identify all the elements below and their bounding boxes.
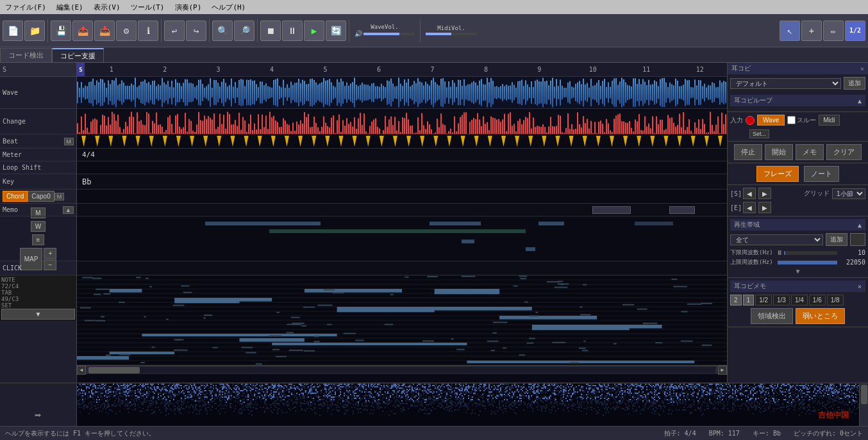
add-preset-button[interactable]: 追加 <box>844 77 865 90</box>
save-button[interactable]: 💾 <box>51 20 71 41</box>
playback-collapse-icon[interactable]: ▲ <box>858 222 862 229</box>
e-nav-right[interactable]: ▶ <box>758 202 771 213</box>
freq-high-slider[interactable] <box>778 261 837 265</box>
capo-button[interactable]: Capo0 <box>28 191 54 202</box>
new-button[interactable]: 📄 <box>3 20 23 41</box>
menu-help[interactable]: ヘルプ(H) <box>209 3 248 12</box>
bar-4: 4 <box>245 66 298 73</box>
beat-canvas <box>77 134 727 148</box>
playback-add-button[interactable]: 追加 <box>826 233 847 246</box>
memo-button[interactable]: メモ <box>796 144 824 160</box>
memo-btn-half[interactable]: 1/2 <box>755 295 772 306</box>
track-label-loop: Loop Shift <box>0 161 76 174</box>
menu-play[interactable]: 演奏(P) <box>172 3 204 12</box>
midi-vol-slider[interactable] <box>426 33 477 35</box>
plus-button[interactable]: + <box>44 248 56 259</box>
chord-group: Chord Capo0 M <box>3 191 64 202</box>
tab-copy-support[interactable]: コピー支援 <box>52 48 104 62</box>
loop-collapse-icon[interactable]: ▲ <box>858 97 862 104</box>
s-nav-left[interactable]: ◀ <box>743 188 756 199</box>
wave-track: // Will generate via JS below <box>77 77 727 109</box>
memo-scroll-up[interactable]: ▲ <box>63 206 74 214</box>
extract-button[interactable]: 領域検出 <box>751 308 793 324</box>
eq-button[interactable]: ≡ <box>32 234 45 245</box>
menu-tools[interactable]: ツール(T) <box>128 3 167 12</box>
undo-button[interactable]: ↩ <box>164 20 185 41</box>
fraction-button[interactable]: 1/2 <box>845 20 865 41</box>
redo-button[interactable]: ↪ <box>186 20 206 41</box>
memo-btn-quarter[interactable]: 1/4 <box>791 295 808 306</box>
s-nav-right[interactable]: ▶ <box>758 188 771 199</box>
phrase-button[interactable]: フレーズ <box>756 166 799 182</box>
info-button[interactable]: ℹ <box>138 20 158 41</box>
e-nav-left[interactable]: ◀ <box>743 202 756 213</box>
key-status: キー: Bb <box>753 429 781 438</box>
stop-button[interactable]: 停止 <box>734 144 762 160</box>
memo-btn-2[interactable]: 2 <box>730 295 742 306</box>
set-button[interactable]: Set... <box>749 129 769 138</box>
open-button[interactable]: 📁 <box>24 20 45 41</box>
piano-label-area: NOTE 72/C4 TAB 49/C3 SET ▼ <box>0 275 76 321</box>
chord-button[interactable]: Chord <box>3 191 28 202</box>
loop-button[interactable]: 🔄 <box>326 20 346 41</box>
memo-title-text: 耳コピメモ <box>734 282 766 291</box>
memo-btn-sixth[interactable]: 1/6 <box>809 295 826 306</box>
grid-select[interactable]: 1小節 <box>832 188 865 199</box>
weak-button[interactable]: 弱いところ <box>796 308 845 324</box>
beat-m-button[interactable]: M <box>64 138 74 145</box>
memo-label: Memo <box>3 206 18 213</box>
side-w-button[interactable]: W <box>31 221 46 232</box>
zoom-out-button[interactable]: 🔍 <box>212 20 233 41</box>
control-buttons-section: 停止 開始 メモ クリア <box>728 142 868 163</box>
scroll-left-arrow[interactable]: ◀ <box>77 366 86 375</box>
watermark-text: 吉他中国 <box>818 411 849 420</box>
midi-button[interactable]: Midi <box>819 115 839 126</box>
add-button[interactable]: + <box>801 20 822 41</box>
playback-gray-button[interactable] <box>850 233 865 246</box>
s-nav-row: [S] ◀ ▶ グリッド 1小節 <box>730 188 865 199</box>
meter-label: Meter <box>3 151 22 158</box>
menu-file[interactable]: ファイル(F) <box>3 3 49 12</box>
playback-select[interactable]: 全て <box>730 234 823 245</box>
scroll-thumb[interactable] <box>88 367 140 373</box>
freq-high-value: 22050 <box>840 259 865 266</box>
thru-checkbox[interactable] <box>787 116 796 124</box>
bar-8: 8 <box>459 66 512 73</box>
preset-select[interactable]: デフォルト <box>730 78 841 89</box>
settings-button[interactable]: ⚙ <box>116 20 137 41</box>
wave-input-button[interactable]: Wave <box>757 115 785 126</box>
memo-btn-third[interactable]: 1/3 <box>773 295 790 306</box>
pencil-button[interactable]: ✏ <box>823 20 844 41</box>
vscroll-thumb[interactable] <box>861 385 867 404</box>
beat-label: Beat <box>3 138 18 145</box>
freq-low-slider[interactable] <box>784 251 837 255</box>
tab-chord-detect[interactable]: コード検出 <box>0 48 52 62</box>
loop-title-text: 耳コピループ <box>734 96 772 105</box>
hscroll[interactable]: ◀ ▶ <box>77 365 727 374</box>
menu-view[interactable]: 表示(V) <box>91 3 123 12</box>
panel-close-button[interactable]: × <box>860 65 864 72</box>
scroll-track[interactable] <box>88 367 715 373</box>
import-button[interactable]: 📥 <box>94 20 115 41</box>
start-button[interactable]: 開始 <box>765 144 793 160</box>
scroll-down-button[interactable]: ▼ <box>1 309 75 320</box>
memo-btn-eighth[interactable]: 1/8 <box>827 295 844 306</box>
pause-button[interactable]: ⏸ <box>282 20 303 41</box>
chord-m-button[interactable]: M <box>54 193 65 200</box>
menu-edit[interactable]: 編集(E) <box>54 3 86 12</box>
play-button[interactable]: ▶ <box>304 20 324 41</box>
cursor-button[interactable]: ↖ <box>780 20 800 41</box>
bar-2: 2 <box>138 66 191 73</box>
memo-close-button[interactable]: × <box>858 283 862 290</box>
wave-vol-slider[interactable] <box>363 33 415 35</box>
memo-block-2 <box>669 206 695 214</box>
export-button[interactable]: 📤 <box>72 20 93 41</box>
stop-button[interactable]: ⏹ <box>260 20 281 41</box>
clear-button[interactable]: クリア <box>826 144 862 160</box>
midi-vol-label: MidiVol. <box>437 25 465 31</box>
scroll-right-arrow[interactable]: ▶ <box>718 366 727 375</box>
memo-block-1 <box>592 206 631 214</box>
note-button[interactable]: ノート <box>804 166 839 182</box>
memo-btn-1[interactable]: 1 <box>743 295 755 306</box>
zoom-in-button[interactable]: 🔎 <box>234 20 255 41</box>
